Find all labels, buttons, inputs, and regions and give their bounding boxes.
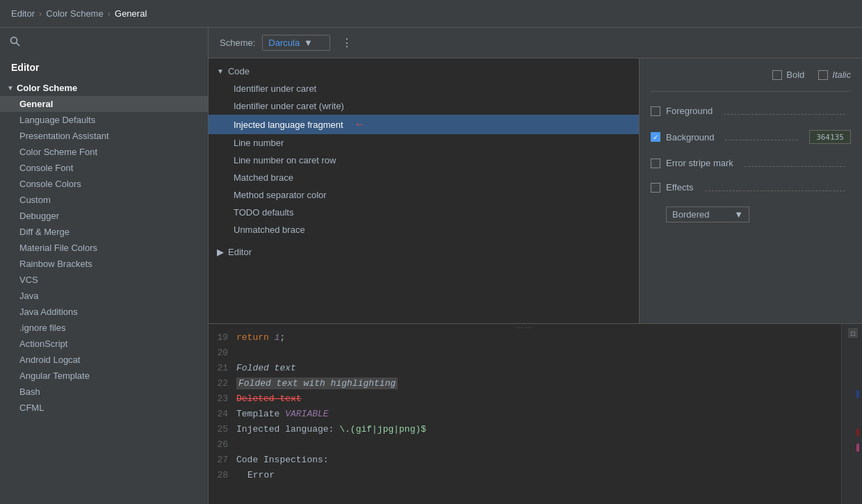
effects-dropdown[interactable]: Bordered ▼ <box>666 206 749 222</box>
tree-item-line-number-caret[interactable]: Line number on caret row <box>209 152 639 169</box>
tree-item-todo-defaults[interactable]: TODO defaults <box>209 204 639 221</box>
code-line-27: 27 Code Inspections: <box>209 452 841 467</box>
effects-dropdown-row: Bordered ▼ <box>651 206 851 222</box>
bold-checkbox[interactable] <box>772 70 782 80</box>
collapse-preview-button[interactable]: □ <box>848 328 858 338</box>
drag-handle-icon[interactable]: ⋯⋯ <box>517 324 533 332</box>
sidebar-item-bash[interactable]: Bash <box>0 384 208 400</box>
error-stripe-divider <box>745 160 845 167</box>
sidebar-item-vcs[interactable]: VCS <box>0 272 208 288</box>
sidebar-item-java-additions[interactable]: Java Additions <box>0 304 208 320</box>
line-num-23: 23 <box>209 393 236 404</box>
tree-item-line-number[interactable]: Line number <box>209 134 639 152</box>
line-content-24: Template VARIABLE <box>236 409 841 419</box>
tree-item-injected-language[interactable]: Injected language fragment ← <box>209 115 639 134</box>
sidebar-item-actionscript[interactable]: ActionScript <box>0 336 208 352</box>
foreground-checkbox[interactable] <box>651 106 660 116</box>
line-num-24: 24 <box>209 409 236 419</box>
line-content-19: return i; <box>236 332 841 343</box>
tree-item-matched-brace[interactable]: Matched brace <box>209 169 639 186</box>
sidebar-item-diff-merge[interactable]: Diff & Merge <box>0 224 208 240</box>
code-arrow-icon: ▼ <box>217 67 224 75</box>
tree-item-method-separator[interactable]: Method separator color <box>209 186 639 204</box>
breadcrumb-bar: Editor › Color Scheme › General <box>0 0 862 28</box>
editor-subsection-label: Editor <box>228 247 252 257</box>
gutter-mark-blue <box>856 390 859 398</box>
sidebar-item-custom[interactable]: Custom <box>0 192 208 208</box>
line-num-27: 27 <box>209 455 236 465</box>
sidebar-item-presentation-assistant[interactable]: Presentation Assistant <box>0 128 208 144</box>
line-content-22: Folded text with highlighting <box>236 378 841 389</box>
code-line-21: 21 Folded text <box>209 360 841 375</box>
italic-checkbox-row: Italic <box>818 70 851 80</box>
sidebar-item-debugger[interactable]: Debugger <box>0 208 208 224</box>
background-color-swatch[interactable]: 364135 <box>809 130 851 144</box>
effects-dropdown-value: Bordered <box>672 209 709 220</box>
sidebar-item-console-colors[interactable]: Console Colors <box>0 176 208 192</box>
line-num-21: 21 <box>209 363 236 373</box>
tree-item-identifier-caret-write[interactable]: Identifier under caret (write) <box>209 97 639 115</box>
sidebar-item-language-defaults[interactable]: Language Defaults <box>0 112 208 128</box>
breadcrumb-editor: Editor <box>11 8 35 19</box>
sidebar-item-angular-template[interactable]: Angular Template <box>0 368 208 384</box>
tree-panel: ▼ Code Identifier under caretIdentifier … <box>209 58 640 323</box>
sidebar-item-android-logcat[interactable]: Android Logcat <box>0 352 208 368</box>
code-section-header[interactable]: ▼ Code <box>209 63 639 80</box>
code-line-20: 20 <box>209 345 841 360</box>
foreground-label: Foreground <box>666 106 713 116</box>
background-checkbox[interactable] <box>651 132 660 142</box>
sidebar-items: GeneralLanguage DefaultsPresentation Ass… <box>0 96 208 416</box>
scheme-dropdown[interactable]: Darcula ▼ <box>262 35 330 51</box>
split-pane: ▼ Code Identifier under caretIdentifier … <box>209 58 862 323</box>
code-line-24: 24 Template VARIABLE <box>209 406 841 421</box>
bold-italic-row: Bold Italic <box>651 70 851 80</box>
background-divider <box>725 133 798 140</box>
tree-item-unmatched-brace[interactable]: Unmatched brace <box>209 221 639 238</box>
foreground-row: Foreground <box>651 103 851 119</box>
sidebar-color-scheme-section[interactable]: ▼ Color Scheme <box>0 80 208 96</box>
code-line-19: 19 return i; <box>209 330 841 345</box>
search-icon[interactable] <box>7 33 24 52</box>
sidebar-item-color-scheme-font[interactable]: Color Scheme Font <box>0 144 208 160</box>
italic-checkbox[interactable] <box>818 70 828 80</box>
sidebar-item-cfml[interactable]: CFML <box>0 400 208 416</box>
foreground-divider <box>724 108 845 115</box>
preview-area: ⋯⋯ 19 return i; 20 21 Folded text <box>209 323 862 504</box>
sidebar-item-material-file-colors[interactable]: Material File Colors <box>0 240 208 256</box>
code-line-28: 28 Error <box>209 467 841 482</box>
sidebar-item-java[interactable]: Java <box>0 288 208 304</box>
gutter-mark-red <box>856 428 859 437</box>
breadcrumb-color-scheme: Color Scheme <box>46 8 103 19</box>
sidebar: Editor ▼ Color Scheme GeneralLanguage De… <box>0 28 209 504</box>
line-content-21: Folded text <box>236 363 841 373</box>
effects-divider <box>705 184 845 191</box>
line-num-26: 26 <box>209 439 236 450</box>
sidebar-editor-label: Editor <box>0 55 208 80</box>
selected-arrow-icon: ← <box>355 118 366 131</box>
error-stripe-label: Error stripe mark <box>666 158 733 168</box>
background-row: Background 364135 <box>651 127 851 147</box>
sidebar-item-rainbow-brackets[interactable]: Rainbow Brackets <box>0 256 208 272</box>
editor-subsection[interactable]: ▶ Editor <box>209 243 639 261</box>
preview-code: ⋯⋯ 19 return i; 20 21 Folded text <box>209 324 841 504</box>
sidebar-item-general[interactable]: General <box>0 96 208 112</box>
code-line-26: 26 <box>209 437 841 452</box>
more-options-button[interactable]: ⋮ <box>337 35 357 51</box>
bold-label: Bold <box>786 70 804 80</box>
line-content-23: Deleted text <box>236 393 841 404</box>
breadcrumb-general: General <box>115 8 147 19</box>
italic-label: Italic <box>832 70 851 80</box>
scheme-value: Darcula <box>268 38 300 48</box>
effects-checkbox[interactable] <box>651 183 660 193</box>
props-divider-1 <box>651 91 851 92</box>
line-num-19: 19 <box>209 332 236 343</box>
code-section: ▼ Code Identifier under caretIdentifier … <box>209 58 639 243</box>
tree-item-identifier-caret[interactable]: Identifier under caret <box>209 80 639 97</box>
tree-items: Identifier under caretIdentifier under c… <box>209 80 639 238</box>
sidebar-item-console-font[interactable]: Console Font <box>0 160 208 176</box>
color-scheme-arrow: ▼ <box>7 84 14 92</box>
code-line-23: 23 Deleted text <box>209 391 841 406</box>
sidebar-item-ignore-files[interactable]: .ignore files <box>0 320 208 336</box>
background-label: Background <box>666 132 714 143</box>
error-stripe-checkbox[interactable] <box>651 158 660 168</box>
